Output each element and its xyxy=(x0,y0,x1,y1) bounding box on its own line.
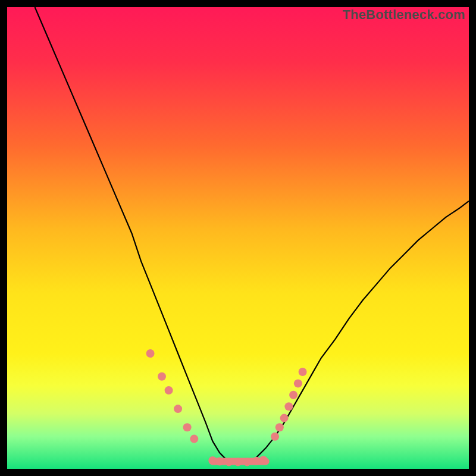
marker-dot xyxy=(259,456,268,464)
marker-dot xyxy=(190,435,198,443)
marker-dot xyxy=(183,423,192,431)
marker-dot xyxy=(299,368,307,376)
markers-left xyxy=(146,349,199,443)
marker-dot xyxy=(275,423,284,431)
marker-dot xyxy=(289,391,298,399)
plot-area: TheBottleneck.com xyxy=(7,7,469,469)
markers-right xyxy=(271,368,306,441)
marker-dot xyxy=(284,402,293,411)
marker-dot xyxy=(294,379,302,387)
curve-layer xyxy=(7,7,469,469)
marker-dot xyxy=(271,433,279,441)
marker-dot xyxy=(243,458,252,466)
marker-dot xyxy=(215,458,224,466)
marker-dot xyxy=(234,458,242,466)
watermark-text: TheBottleneck.com xyxy=(343,7,465,23)
marker-dot xyxy=(158,372,166,381)
marker-dot xyxy=(174,405,182,413)
marker-dot xyxy=(280,414,289,422)
marker-dot xyxy=(165,386,173,394)
curve-left-branch xyxy=(35,7,240,464)
marker-dot xyxy=(146,349,155,358)
chart-frame: TheBottleneck.com xyxy=(0,0,476,476)
curve-right-branch xyxy=(240,201,469,464)
marker-dot xyxy=(225,458,233,466)
